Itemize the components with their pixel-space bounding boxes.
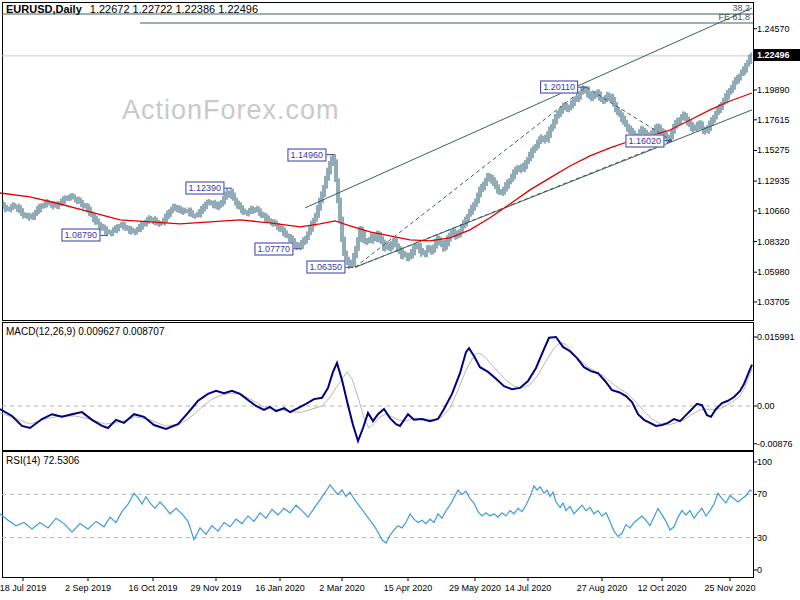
macd-axis-label: 0.015991 bbox=[757, 332, 795, 342]
price-callout: 1.08790 bbox=[61, 229, 100, 242]
ohlc-values: 1.22672 1.22722 1.22386 1.22496 bbox=[90, 3, 258, 15]
price-callout: 1.12390 bbox=[185, 182, 224, 195]
date-label: 16 Oct 2019 bbox=[128, 583, 177, 593]
price-axis-label: 1.05980 bbox=[757, 267, 790, 277]
rsi-panel-frame bbox=[3, 452, 754, 578]
price-callout: 1.06350 bbox=[306, 261, 345, 274]
date-label: 29 May 2020 bbox=[449, 583, 501, 593]
date-label: 29 Nov 2019 bbox=[190, 583, 241, 593]
swing-dashed-line bbox=[355, 141, 672, 268]
rsi-line bbox=[0, 485, 752, 543]
date-label: 2 Sep 2019 bbox=[65, 583, 111, 593]
date-label: 15 Apr 2020 bbox=[384, 583, 433, 593]
fib-expansion-label: FE 61.8 bbox=[718, 12, 750, 22]
price-axis-label: 1.12935 bbox=[757, 176, 790, 186]
price-axis-label: 1.10660 bbox=[757, 206, 790, 216]
date-label: 16 Jan 2020 bbox=[255, 583, 305, 593]
price-axis-label: 1.15275 bbox=[757, 145, 790, 155]
date-label: 25 Nov 2020 bbox=[704, 583, 755, 593]
price-callout: 1.16020 bbox=[625, 134, 664, 147]
price-axis-label: 1.24570 bbox=[757, 24, 790, 34]
date-label: 14 Jul 2020 bbox=[505, 583, 552, 593]
rsi-axis-label: 30 bbox=[757, 533, 767, 543]
trend-channel-line bbox=[305, 8, 752, 208]
macd-axis-label: -0.00876 bbox=[757, 439, 793, 449]
date-label: 27 Aug 2020 bbox=[577, 583, 628, 593]
chart-title: EURUSD,Daily1.22672 1.22722 1.22386 1.22… bbox=[6, 3, 258, 15]
price-callout: 1.07770 bbox=[254, 242, 293, 255]
price-axis-label: 1.03705 bbox=[757, 297, 790, 307]
macd-main-line bbox=[0, 337, 752, 441]
chart-canvas[interactable] bbox=[0, 0, 800, 600]
macd-indicator-label: MACD(12,26,9) 0.009627 0.008707 bbox=[6, 326, 164, 337]
rsi-axis-label: 100 bbox=[757, 457, 772, 467]
date-label: 12 Oct 2020 bbox=[637, 583, 686, 593]
date-label: 18 Jul 2019 bbox=[0, 583, 46, 593]
rsi-indicator-label: RSI(14) 72.5306 bbox=[6, 455, 79, 466]
moving-average-line bbox=[0, 93, 752, 241]
symbol-timeframe: EURUSD,Daily bbox=[6, 3, 82, 15]
price-axis-label: 1.19890 bbox=[757, 85, 790, 95]
date-label: 2 Mar 2020 bbox=[319, 583, 365, 593]
main-panel-frame bbox=[3, 3, 754, 321]
macd-panel-frame bbox=[3, 323, 754, 451]
rsi-axis-label: 70 bbox=[757, 489, 767, 499]
chart-window: ActionForex.com EURUSD,Daily1.22672 1.22… bbox=[0, 0, 800, 600]
price-axis-label: 1.08320 bbox=[757, 237, 790, 247]
current-price-badge: 1.22496 bbox=[754, 49, 800, 61]
price-callout: 1.20110 bbox=[540, 81, 578, 94]
macd-axis-label: 0.00 bbox=[757, 401, 775, 411]
price-axis-label: 1.17615 bbox=[757, 115, 790, 125]
rsi-axis-label: 0 bbox=[757, 565, 762, 575]
price-callout: 1.14960 bbox=[287, 148, 326, 161]
